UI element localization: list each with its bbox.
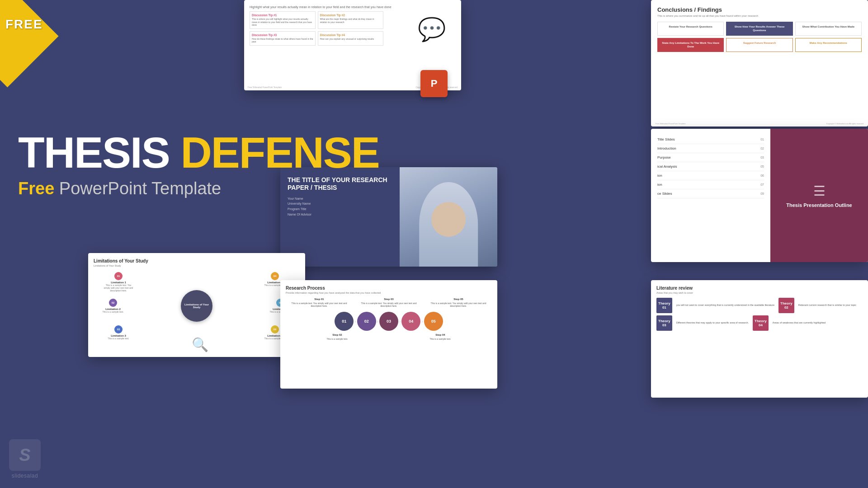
circle-5: 05 [424,312,443,331]
tip1-body: This is where you will highlight what yo… [252,18,313,27]
toc-item-3: Purpose 03 [657,153,764,162]
research-title: Research Process [286,286,492,291]
conc-cell-3: Show What Contribution You Have Made [795,22,862,36]
step02-area: Step 02 This is a sample text. [286,333,389,340]
subtitle-free: Free [18,179,54,198]
toc-label-5: ical Analysis [657,164,677,169]
footer-left: Free Slidesalad PowerPoint Template [248,86,282,89]
slidesalad-logo: S [9,439,41,471]
dot-6: 06 [271,325,279,333]
limitations-sub: Limitations of Your Study [94,264,300,267]
disc-tip4: Discussion Tip #4 How can you explain an… [318,31,384,46]
conc-footer-left: Free Slidesalad PowerPoint Template [656,122,686,125]
lit-text-2: Different theories that may apply to you… [675,319,750,327]
step04-area: Step 04 This is a sample text. [389,333,492,340]
slide-limitations: Limitations of Your Study Limitations of… [88,253,305,357]
conc-cell-6: Make Any Recommendations [795,38,862,52]
title-word1: THESIS [18,128,170,177]
tip3-title: Discussion Tip #3 [252,33,313,37]
logo-letter: S [19,446,30,465]
disc-tip1: Discussion Tip #1 This is where you will… [250,11,316,29]
toc-label-7: ion [657,183,662,187]
tip4-title: Discussion Tip #4 [320,33,382,37]
step02-label: Step 02 [286,333,389,336]
toc-item-9: ce Slides 09 [657,189,764,198]
program-title: Program Title [288,206,392,212]
lit-row-2: Theory03 Different theories that may app… [656,315,863,331]
toc-num-9: 09 [760,192,764,195]
conc-cell-5: Suggest Future Research [726,38,793,52]
conclusions-grid: Restate Your Research Questions Show How… [657,22,862,52]
toc-item-2: Introduction 02 [657,144,764,153]
toc-num-5: 05 [760,165,764,168]
step04-label: Step 04 [389,333,492,336]
conclusions-footer: Free Slidesalad PowerPoint Template Copy… [656,122,863,125]
step01-body: This is a sample text. You simply add yo… [292,302,347,307]
arrow-3: › [399,319,401,324]
tip2-title: Discussion Tip #2 [320,14,382,17]
slide-research: Research Process Provide information reg… [280,280,497,389]
step05-body: This is a sample text. You simply add yo… [431,302,486,307]
slide-conclusions: Conclusions / Findings This is where you… [651,0,868,127]
dot-1: 01 [114,272,123,280]
research-sub: Provide information regarding how you ha… [286,291,492,294]
university-name: University Name [288,201,392,206]
advisor-name: Name Of Advisor [288,212,392,217]
chat-icon: 💬 [418,16,446,42]
toc-num-3: 03 [760,156,764,159]
subtitle-rest: PowerPoint Template [54,179,221,198]
conc-cell-4: State Any Limitations To The Work You Ha… [657,38,724,52]
name-fields: Your Name University Name Program Title … [288,196,392,218]
step-col-1: Step 01 This is a sample text. You simpl… [286,298,353,307]
circle-1: 01 [335,312,354,331]
arrow-1: › [354,319,356,324]
step03-label: Step 03 [355,298,422,300]
toc-label-1: Title Slides [657,137,675,141]
step03-body: This is a sample text. You simply add yo… [361,302,417,307]
main-title: THESIS DEFENSE [18,131,379,174]
tip3-body: How do these findings relate to what oth… [252,38,313,43]
lit-text-1b: Relevant current research that is simila… [797,302,858,309]
step04-body: This is a sample text. [430,338,451,340]
toc-item-6: ion 06 [657,171,764,180]
lim-item-3: 03 Limitation 3 This is a sample text. [103,325,134,340]
literature-title: Literature review [656,286,863,291]
toc-num-1: 01 [760,138,764,141]
research-steps-top: Step 01 This is a sample text. You simpl… [286,298,492,307]
toc-item-5: ical Analysis 05 [657,162,764,171]
disc-tip3: Discussion Tip #3 How do these findings … [250,31,316,46]
ppt-letter: P [431,78,438,89]
toc-item-1: Title Slides 01 [657,135,764,144]
toc-num-7: 07 [760,183,764,186]
theory-02: Theory02 [778,298,794,313]
discussion-grid: Discussion Tip #1 This is where you will… [250,11,383,46]
free-label: FREE [5,17,43,32]
tip2-body: What are the major findings and what do … [320,18,382,23]
step02-body: This is a sample text. [327,338,348,340]
step-col-5: Step 05 This is a sample text. You simpl… [425,298,492,307]
arrow-4: › [421,319,423,324]
literature-sub: Areas that you may wish to cover [656,291,863,294]
dot-3: 03 [114,325,123,333]
steps-bottom-labels: Step 02 This is a sample text. Step 04 T… [286,333,492,340]
watermark-area: S slidesalad [9,439,41,479]
step05-label: Step 05 [425,298,492,300]
step01-label: Step 01 [286,298,353,300]
magnifier-icon: 🔍 [192,337,208,352]
theory-04: Theory04 [753,315,769,331]
discussion-icon: 💬 [411,14,452,45]
conc-footer-right: Copyright © Slidesalad.com All rights re… [826,122,863,125]
toc-num-6: 06 [760,174,764,177]
title-word2: DEFENSE [180,128,379,177]
limitations-title: Limitations of Your Study [94,258,300,263]
dot-2: 02 [109,299,117,307]
tip4-body: How can you explain any unusual or surpr… [320,38,382,41]
toc-label-3: Purpose [657,155,671,160]
toc-left: Title Slides 01 Introduction 02 Purpose … [651,129,770,262]
conc-cell-2: Show How Your Results Answer These Quest… [726,22,793,36]
toc-label-2: Introduction [657,146,676,150]
slide-literature: Literature review Areas that you may wis… [651,280,868,398]
ppt-icon: P [420,70,448,97]
literature-rows: Theory01 you will not want to cover ever… [656,298,863,331]
slide-title-right [400,167,497,267]
